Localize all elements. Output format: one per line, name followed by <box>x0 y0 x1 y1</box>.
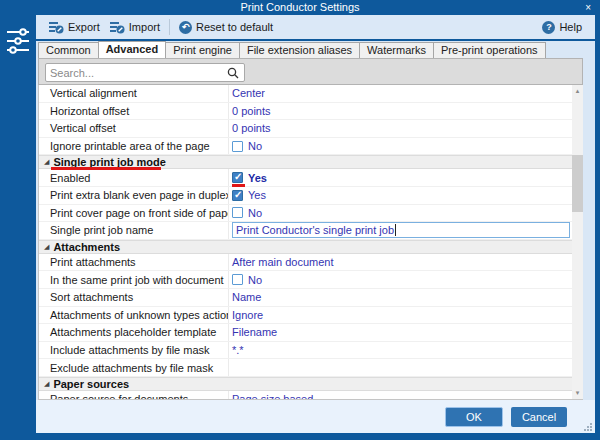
section-row[interactable]: ◢Attachments <box>39 240 572 254</box>
setting-row[interactable]: Print cover page on front side of paperN… <box>39 205 572 223</box>
import-label: Import <box>129 21 160 33</box>
setting-label: Attachments placeholder template <box>39 326 228 338</box>
setting-value-cell[interactable]: No <box>228 138 572 155</box>
tab-advanced[interactable]: Advanced <box>98 41 167 58</box>
setting-value-cell[interactable]: 0 points <box>228 120 572 137</box>
setting-value[interactable]: Filename <box>232 326 277 338</box>
setting-row[interactable]: Attachments of unknown types actionIgnor… <box>39 307 572 325</box>
main-panel: Export Import ↶ Reset to default ? Help <box>36 15 595 433</box>
setting-value[interactable]: Page size based <box>232 393 313 400</box>
expander-icon[interactable]: ◢ <box>44 380 49 388</box>
setting-value[interactable]: Ignore <box>232 309 263 321</box>
close-icon[interactable]: × <box>585 0 591 15</box>
setting-value[interactable]: 0 points <box>232 105 271 117</box>
scrollbar-thumb[interactable] <box>572 155 583 212</box>
setting-value-cell[interactable]: Name <box>228 289 572 306</box>
setting-value: No <box>248 140 262 152</box>
export-label: Export <box>68 21 100 33</box>
setting-row[interactable]: Horizontal offset0 points <box>39 103 572 121</box>
search-panel <box>38 58 583 85</box>
setting-value: No <box>248 274 262 286</box>
setting-value-cell[interactable]: Page size based <box>228 391 572 400</box>
checkbox-checked[interactable] <box>232 190 243 201</box>
settings-table: Vertical alignmentCenterHorizontal offse… <box>39 85 572 399</box>
checkbox-checked[interactable] <box>232 172 243 183</box>
setting-row[interactable]: Include attachments by file mask*.* <box>39 342 572 360</box>
search-icon[interactable] <box>227 67 239 79</box>
setting-row[interactable]: Vertical alignmentCenter <box>39 85 572 103</box>
setting-row[interactable]: Attachments placeholder templateFilename <box>39 324 572 342</box>
setting-value-cell[interactable]: 0 points <box>228 103 572 120</box>
setting-value[interactable]: Name <box>232 291 261 303</box>
checkbox-unchecked[interactable] <box>232 207 243 218</box>
scroll-down-icon[interactable]: ▾ <box>572 387 583 399</box>
tab-watermarks[interactable]: Watermarks <box>359 42 434 58</box>
search-box[interactable] <box>45 63 245 82</box>
section-row[interactable]: ◢Single print job mode <box>39 155 572 169</box>
setting-row[interactable]: In the same print job with documentNo <box>39 271 572 289</box>
setting-row[interactable]: Print attachmentsAfter main document <box>39 254 572 272</box>
setting-value[interactable]: 0 points <box>232 122 271 134</box>
setting-value-cell[interactable]: Yes <box>228 169 572 186</box>
sidebar <box>0 15 36 440</box>
annotation-underline <box>51 167 161 170</box>
tab-print-engine[interactable]: Print engine <box>165 42 240 58</box>
sliders-icon <box>6 27 30 57</box>
setting-row[interactable]: EnabledYes <box>39 169 572 187</box>
setting-label: In the same print job with document <box>39 274 228 286</box>
export-button[interactable]: Export <box>44 19 105 36</box>
tab-pre-print-operations[interactable]: Pre-print operations <box>433 42 546 58</box>
setting-row[interactable]: Single print job namePrint Conductor's s… <box>39 222 572 240</box>
setting-value-cell[interactable]: Ignore <box>228 307 572 324</box>
help-icon: ? <box>542 21 555 34</box>
setting-value-cell[interactable]: Filename <box>228 324 572 341</box>
help-button[interactable]: ? Help <box>537 19 587 36</box>
checkbox-unchecked[interactable] <box>232 141 243 152</box>
setting-row[interactable]: Sort attachmentsName <box>39 289 572 307</box>
setting-row[interactable]: Ignore printable area of the pageNo <box>39 138 572 156</box>
section-row[interactable]: ◢Paper sources <box>39 377 572 391</box>
setting-value-cell[interactable] <box>228 359 572 376</box>
setting-label: Horizontal offset <box>39 105 228 117</box>
setting-label: Include attachments by file mask <box>39 344 228 356</box>
setting-value-cell[interactable]: Center <box>228 85 572 102</box>
tab-common[interactable]: Common <box>38 42 99 58</box>
scroll-up-icon[interactable]: ▴ <box>572 85 583 97</box>
setting-row[interactable]: Vertical offset0 points <box>39 120 572 138</box>
setting-value: Yes <box>248 172 267 184</box>
expander-icon[interactable]: ◢ <box>44 158 49 166</box>
title-bar: Print Conductor Settings × <box>0 0 600 15</box>
tab-file-extension-aliases[interactable]: File extension aliases <box>239 42 360 58</box>
setting-value-cell[interactable]: *.* <box>228 342 572 359</box>
tab-strip: CommonAdvancedPrint engineFile extension… <box>38 41 595 58</box>
setting-value-cell[interactable]: After main document <box>228 254 572 271</box>
text-input-value: Print Conductor's single print job <box>236 224 394 236</box>
setting-label: Print extra blank even page in duplex mo… <box>39 189 228 201</box>
search-input[interactable] <box>46 67 227 79</box>
window-title: Print Conductor Settings <box>0 0 600 15</box>
reset-button[interactable]: ↶ Reset to default <box>174 19 278 36</box>
setting-row[interactable]: Exclude attachments by file mask <box>39 359 572 377</box>
resize-grip-icon[interactable] <box>590 429 592 431</box>
text-input[interactable]: Print Conductor's single print job <box>232 222 570 238</box>
section-label: Paper sources <box>53 378 129 390</box>
checkbox-unchecked[interactable] <box>232 274 243 285</box>
setting-value-cell[interactable]: Yes <box>228 187 572 204</box>
setting-value[interactable]: Center <box>232 87 265 99</box>
reset-label: Reset to default <box>196 21 273 33</box>
cancel-button[interactable]: Cancel <box>511 407 567 427</box>
text-caret <box>395 224 396 236</box>
setting-row[interactable]: Print extra blank even page in duplex mo… <box>39 187 572 205</box>
setting-label: Vertical alignment <box>39 87 228 99</box>
import-button[interactable]: Import <box>105 19 165 36</box>
setting-value[interactable]: After main document <box>232 256 334 268</box>
reset-icon: ↶ <box>179 21 192 34</box>
setting-row[interactable]: Paper source for documentsPage size base… <box>39 391 572 400</box>
setting-value-cell[interactable]: Print Conductor's single print job <box>228 222 572 239</box>
setting-value-cell[interactable]: No <box>228 205 572 222</box>
ok-button[interactable]: OK <box>445 407 503 427</box>
setting-value-cell[interactable]: No <box>228 271 572 288</box>
scrollbar[interactable]: ▴ ▾ <box>572 85 583 399</box>
setting-value[interactable]: *.* <box>232 344 244 356</box>
expander-icon[interactable]: ◢ <box>44 243 49 251</box>
